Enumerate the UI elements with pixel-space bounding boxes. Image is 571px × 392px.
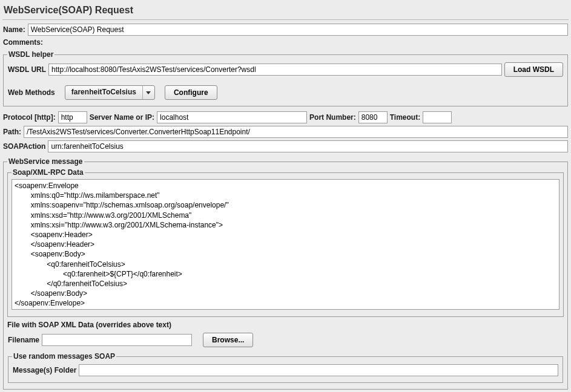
soapaction-label: SOAPAction [3, 142, 45, 151]
server-input[interactable] [157, 111, 307, 123]
soap-data-group: Soap/XML-RPC Data [7, 168, 564, 317]
protocol-label: Protocol [http]: [3, 113, 56, 122]
web-methods-label: Web Methods [8, 88, 55, 97]
name-input[interactable] [28, 24, 568, 36]
webservice-message-group: WebService message Soap/XML-RPC Data Fil… [3, 157, 568, 390]
server-label: Server Name or IP: [90, 113, 154, 122]
comments-label: Comments: [3, 38, 43, 47]
soap-body-textarea[interactable] [12, 179, 559, 310]
messages-folder-label: Message(s) Folder [13, 366, 76, 374]
divider [2, 19, 569, 20]
messages-folder-input[interactable] [79, 364, 558, 376]
wsdl-url-input[interactable] [48, 64, 502, 76]
load-wsdl-button[interactable]: Load WSDL [504, 62, 563, 77]
web-methods-selected: farenheitToCelsius [65, 86, 142, 99]
timeout-input[interactable] [423, 111, 452, 123]
svg-marker-0 [146, 91, 151, 94]
protocol-input[interactable] [58, 111, 87, 123]
file-override-header: File with SOAP XML Data (overrides above… [7, 319, 564, 332]
port-label: Port Number: [309, 113, 356, 122]
web-methods-select[interactable]: farenheitToCelsius [65, 85, 155, 100]
filename-label: Filename [8, 336, 39, 344]
random-soap-group: Use random messages SOAP Message(s) Fold… [8, 352, 563, 383]
timeout-label: Timeout: [390, 113, 420, 122]
path-label: Path: [3, 128, 21, 136]
name-label: Name: [3, 25, 25, 34]
wsdl-helper-legend: WSDL helper [7, 50, 54, 59]
configure-button[interactable]: Configure [165, 85, 217, 100]
soap-data-legend: Soap/XML-RPC Data [12, 168, 85, 177]
page-title: WebService(SOAP) Request [2, 2, 569, 19]
soapaction-input[interactable] [48, 140, 568, 152]
path-input[interactable] [24, 126, 568, 138]
webservice-message-legend: WebService message [7, 157, 84, 166]
wsdl-helper-group: WSDL helper WSDL URL Load WSDL Web Metho… [3, 50, 568, 106]
wsdl-url-label: WSDL URL [8, 65, 46, 74]
browse-button[interactable]: Browse... [203, 333, 253, 347]
random-soap-legend: Use random messages SOAP [12, 352, 116, 361]
chevron-down-icon [142, 86, 154, 99]
port-input[interactable] [358, 111, 388, 123]
filename-input[interactable] [42, 334, 192, 346]
